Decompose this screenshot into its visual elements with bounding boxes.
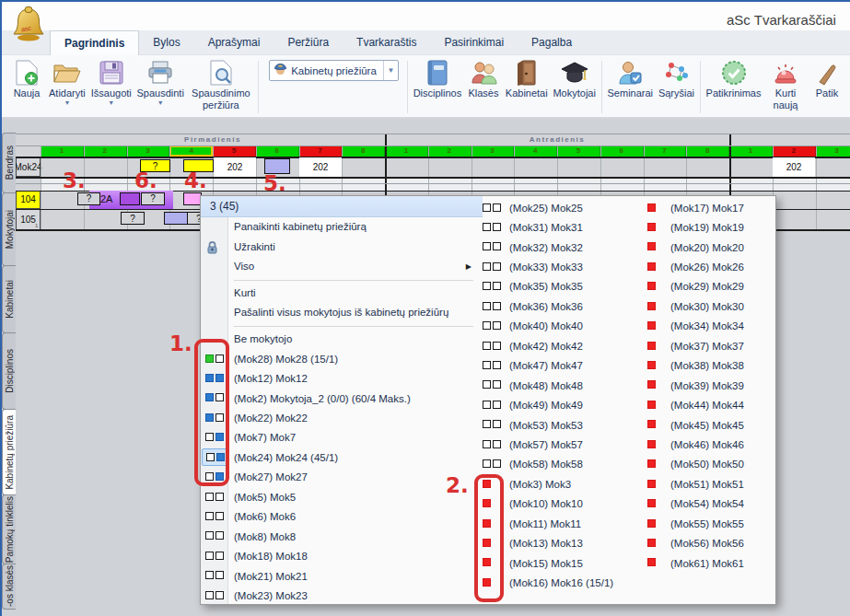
- menu-teacher-item[interactable]: (Mok51) Mok51: [647, 474, 777, 494]
- menu-teacher-item[interactable]: (Mok13) Mok13: [483, 533, 647, 552]
- period-header-cell[interactable]: 7: [644, 145, 687, 157]
- menu-teacher-item[interactable]: (Mok46) Mok46: [647, 435, 777, 454]
- tab-aprasymai[interactable]: Aprašymai: [194, 30, 274, 55]
- classes-button[interactable]: Klasės: [464, 57, 503, 117]
- teachers-button[interactable]: Mokytojai: [551, 57, 599, 117]
- menu-teacher-item[interactable]: (Mok26) Mok26: [647, 257, 777, 276]
- print-preview-button[interactable]: Spausdinimo peržiūra: [187, 57, 256, 117]
- menu-teacher-item[interactable]: (Mok22) Mok22: [201, 408, 483, 427]
- disciplines-button[interactable]: Disciplinos: [411, 57, 464, 117]
- menu-item-kurti[interactable]: Kurti: [201, 284, 483, 304]
- sidebar-tab-kabinetai[interactable]: Kabinetai: [2, 265, 16, 333]
- menu-teacher-item[interactable]: (Mok34) Mok34: [647, 317, 777, 336]
- period-header-cell[interactable]: 6: [256, 145, 299, 157]
- menu-teacher-item[interactable]: (Mok47) Mok47: [483, 356, 647, 376]
- seminars-button[interactable]: Seminarai: [605, 57, 656, 117]
- sidebar-tab-disciplinos[interactable]: Disciplinos: [2, 332, 16, 410]
- period-header-cell[interactable]: 1: [385, 145, 428, 157]
- menu-teacher-item[interactable]: (Mok40) Mok40: [483, 317, 647, 336]
- menu-teacher-item[interactable]: (Mok37) Mok37: [647, 336, 777, 355]
- menu-teacher-item[interactable]: (Mok8) Mok8: [201, 527, 483, 546]
- view-combobox[interactable]: Kabinetų priežiūra ▼: [269, 60, 399, 81]
- menu-teacher-item[interactable]: (Mok21) Mok21: [201, 566, 483, 586]
- room-cell[interactable]: 202: [299, 157, 342, 177]
- verification-button[interactable]: Patikrinimas: [704, 57, 763, 117]
- menu-teacher-item[interactable]: (Mok38) Mok38: [647, 356, 777, 376]
- menu-teacher-item[interactable]: (Mok27) Mok27: [201, 468, 483, 487]
- menu-teacher-item[interactable]: (Mok18) Mok18: [201, 546, 483, 565]
- asc-bell-logo-icon[interactable]: asc: [11, 5, 46, 47]
- menu-teacher-item[interactable]: (Mok50) Mok50: [647, 455, 777, 474]
- menu-teacher-item[interactable]: (Mok48) Mok48: [483, 376, 647, 395]
- lesson-card[interactable]: [164, 212, 188, 225]
- menu-teacher-item[interactable]: (Mok16) Mok16 (15/1): [483, 573, 647, 592]
- menu-teacher-item[interactable]: (Mok28) Mok28 (15/1): [201, 349, 483, 368]
- menu-item-panaikinti[interactable]: Panaikinti kabinetų priežiūrą: [201, 217, 483, 238]
- menu-teacher-item[interactable]: (Mok5) Mok5: [201, 487, 483, 506]
- row-header-104[interactable]: 104: [16, 191, 41, 209]
- rooms-button[interactable]: Kabinetai: [503, 57, 551, 117]
- period-header-cell[interactable]: 3: [816, 145, 850, 157]
- tab-pagrindinis[interactable]: Pagrindinis: [50, 30, 139, 55]
- relations-button[interactable]: Sąryšiai: [656, 57, 697, 117]
- sidebar-tab-kabinet-prie-i-ra[interactable]: Kabinetų priežiūra: [2, 409, 16, 495]
- room-cell[interactable]: 202: [773, 157, 815, 177]
- menu-teacher-item[interactable]: (Mok6) Mok6: [201, 507, 483, 527]
- menu-teacher-item[interactable]: (Mok10) Mok10: [483, 494, 647, 514]
- menu-teacher-item[interactable]: (Mok24) Mok24 (45/1): [201, 447, 483, 467]
- period-header-cell[interactable]: 1: [729, 145, 773, 157]
- menu-item-viso[interactable]: Viso ▶: [201, 257, 483, 277]
- print-dropdown-arrow-icon[interactable]: ▼: [157, 100, 164, 106]
- menu-teacher-item[interactable]: (Mok55) Mok55: [647, 514, 777, 533]
- menu-teacher-item[interactable]: (Mok56) Mok56: [647, 533, 777, 552]
- period-header-cell[interactable]: 3: [127, 145, 170, 157]
- period-header-cell[interactable]: 6: [600, 145, 644, 157]
- menu-teacher-item[interactable]: (Mok19) Mok19: [647, 217, 777, 237]
- menu-teacher-item[interactable]: (Mok57) Mok57: [483, 435, 647, 454]
- menu-teacher-item[interactable]: (Mok33) Mok33: [483, 257, 647, 276]
- menu-teacher-item[interactable]: (Mok17) Mok17: [647, 198, 777, 217]
- row-header-mok24[interactable]: Mok24: [16, 157, 41, 177]
- period-header-cell[interactable]: 2: [428, 145, 472, 157]
- tab-perziura[interactable]: Peržiūra: [274, 30, 343, 55]
- sidebar-tab-bendras[interactable]: Bendras: [2, 133, 16, 193]
- menu-teacher-item[interactable]: (Mok49) Mok49: [483, 395, 647, 414]
- menu-teacher-item[interactable]: (Mok44) Mok44: [647, 395, 777, 414]
- generate-new-button[interactable]: Kurti naują: [763, 57, 808, 117]
- menu-teacher-item[interactable]: (Mok12) Mok12: [201, 368, 483, 388]
- period-header-cell[interactable]: 8: [686, 145, 729, 157]
- menu-teacher-item[interactable]: (Mok32) Mok32: [483, 238, 647, 257]
- menu-teacher-item[interactable]: (Mok7) Mok7: [201, 428, 483, 447]
- sidebar-tab-pamok-tinklelis[interactable]: Pamokų tinklelis: [2, 494, 16, 564]
- period-header-cell[interactable]: 3: [472, 145, 515, 157]
- combobox-dropdown-arrow-icon[interactable]: ▼: [383, 61, 398, 80]
- period-header-cell[interactable]: 2: [773, 145, 816, 157]
- menu-teacher-item[interactable]: (Mok53) Mok53: [483, 415, 647, 435]
- period-header-cell[interactable]: 4: [169, 145, 213, 157]
- menu-teacher-item[interactable]: (Mok42) Mok42: [483, 336, 647, 355]
- open-dropdown-arrow-icon[interactable]: ▼: [64, 100, 70, 106]
- menu-item-be-mokytojo[interactable]: Be mokytojo: [201, 330, 483, 350]
- lesson-card[interactable]: ?: [121, 212, 145, 225]
- tab-bylos[interactable]: Bylos: [139, 30, 193, 55]
- room-cell[interactable]: 202: [214, 157, 256, 177]
- tab-tvarkarastis[interactable]: Tvarkaraštis: [343, 30, 430, 55]
- period-header-cell[interactable]: 8: [342, 145, 385, 157]
- menu-teacher-item[interactable]: (Mok2) Mokytoja_2 (0/0) (60/4 Maks.): [201, 389, 483, 408]
- menu-teacher-item[interactable]: (Mok31) Mok31: [483, 217, 647, 237]
- save-dropdown-arrow-icon[interactable]: ▼: [108, 100, 114, 106]
- menu-teacher-item[interactable]: (Mok54) Mok54: [647, 494, 777, 514]
- menu-teacher-item[interactable]: (Mok58) Mok58: [483, 455, 647, 474]
- lesson-card[interactable]: ?: [141, 192, 165, 205]
- menu-teacher-item[interactable]: (Mok3) Mok3: [483, 474, 647, 494]
- menu-teacher-item[interactable]: (Mok11) Mok11: [483, 514, 647, 533]
- menu-item-pasalinti[interactable]: Pašalinti visus mokytojus iš kabinetų pr…: [201, 303, 483, 323]
- menu-teacher-item[interactable]: (Mok45) Mok45: [647, 415, 777, 435]
- menu-teacher-item[interactable]: (Mok39) Mok39: [647, 376, 777, 395]
- period-header-cell[interactable]: 7: [299, 145, 343, 157]
- open-button[interactable]: Atidaryti ▼: [46, 57, 88, 117]
- sidebar-tab-mokytojai[interactable]: Mokytojai: [2, 192, 16, 266]
- menu-teacher-item[interactable]: (Mok30) Mok30: [647, 296, 777, 316]
- period-header-cell[interactable]: 4: [514, 145, 557, 157]
- period-header-cell[interactable]: 2: [84, 145, 127, 157]
